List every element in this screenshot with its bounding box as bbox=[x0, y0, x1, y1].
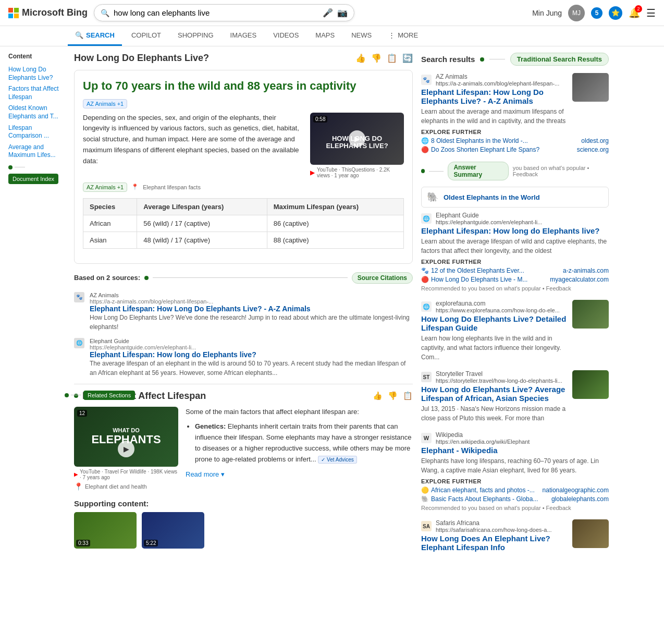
result-domain-2: Elephant Guide bbox=[436, 212, 542, 219]
toc-item-0[interactable]: How Long Do Elephants Live? bbox=[8, 64, 66, 83]
result-text-6: SA Safaris Africana https://safarisafric… bbox=[421, 519, 567, 553]
explore-further-label-1: EXPLORE FURTHER bbox=[421, 129, 609, 135]
tab-videos[interactable]: VIDEOS bbox=[266, 26, 306, 46]
explore-link-2-1[interactable]: 🔴 How Long Do Elephants Live - M... bbox=[421, 276, 527, 283]
explore-link-2-0[interactable]: 🐾 12 of the Oldest Elephants Ever... bbox=[421, 267, 524, 274]
result-url-3: https://www.explorefauna.com/how-long-do… bbox=[436, 307, 560, 313]
user-name: Min Jung bbox=[532, 9, 562, 17]
explore-link-row-2a: 🐾 12 of the Oldest Elephants Ever... a-z… bbox=[421, 267, 609, 274]
notification-icon[interactable]: 🔔 2 bbox=[629, 7, 640, 19]
result-title-1[interactable]: Elephant Lifespan: How Long Do Elephants… bbox=[421, 88, 567, 105]
thumbs-down-icon[interactable]: 👎 bbox=[371, 53, 382, 63]
col-avg: Average Lifespan (years) bbox=[137, 198, 267, 215]
recommended-5: Recommended to you based on what's popul… bbox=[421, 505, 609, 511]
search-results-header: Search results Traditional Search Result… bbox=[421, 53, 609, 66]
video-time: 0:58 bbox=[313, 116, 327, 123]
toc-item-3[interactable]: Lifespan Comparison ... bbox=[8, 123, 66, 142]
mic-icon[interactable]: 🎤 bbox=[323, 8, 333, 18]
toc-item-1[interactable]: Factors that Affect Lifespan bbox=[8, 83, 66, 103]
answer-source-badge[interactable]: AZ Animals +1 bbox=[83, 99, 127, 108]
result-icon-5: W bbox=[421, 433, 432, 443]
explore-source-1-0[interactable]: oldest.org bbox=[581, 137, 609, 144]
explore-source-1-1[interactable]: science.org bbox=[577, 146, 609, 153]
logo-sq-yellow bbox=[14, 14, 19, 18]
tab-copilot[interactable]: COPILOT bbox=[124, 26, 168, 46]
tab-images[interactable]: IMAGES bbox=[223, 26, 264, 46]
thumb-2[interactable]: 5:22 bbox=[142, 512, 204, 549]
thumbs-down-section[interactable]: 👎 bbox=[388, 391, 398, 400]
location-tag: Elephant lifespan facts bbox=[143, 184, 201, 190]
thumbs-up-section[interactable]: 👍 bbox=[373, 391, 383, 400]
copy-icon[interactable]: 📋 bbox=[387, 53, 397, 63]
camera-icon[interactable]: 📷 bbox=[337, 8, 348, 18]
source-chip[interactable]: AZ Animals +1 bbox=[83, 183, 127, 192]
result-url-2: https://elephantguide.com/en/elephant-li… bbox=[436, 219, 542, 225]
result-title-2[interactable]: Elephant Lifespan: How long do Elephants… bbox=[421, 226, 609, 235]
tab-shopping[interactable]: SHOPPING bbox=[170, 26, 221, 46]
result-thumb-3 bbox=[572, 300, 609, 329]
explore-link-row-1: 🌐 8 Oldest Elephants in the World -... o… bbox=[421, 137, 609, 144]
supporting-content-title: Supporting content: bbox=[74, 499, 413, 508]
doc-index-button[interactable]: Document Index bbox=[8, 174, 58, 184]
result-icon-3: 🌐 bbox=[421, 301, 432, 312]
notif-badge: 2 bbox=[635, 5, 642, 13]
tab-news[interactable]: NEWS bbox=[344, 26, 379, 46]
citation-2: 🌐 Elephant Guide https://elephantguide.c… bbox=[74, 338, 413, 378]
answer-meta: you based on what's popular • Feedback bbox=[513, 165, 609, 177]
result-desc-3: Learn how long elephants live in the wil… bbox=[421, 334, 567, 362]
tab-more[interactable]: ⋮ MORE bbox=[381, 26, 425, 46]
section-video-thumb[interactable]: 12 WHAT DO ELEPHANTS ▶ bbox=[74, 407, 178, 467]
result-title-4[interactable]: How Long do Elephants Live? Average Life… bbox=[421, 385, 567, 403]
result-icon-2: 🌐 bbox=[421, 213, 432, 224]
citation-title-1[interactable]: Elephant Lifespan: How Long Do Elephants… bbox=[90, 305, 413, 313]
result-5: W Wikipedia https://en.wikipedia.org/wik… bbox=[421, 431, 609, 511]
section-actions: 👍 👎 📋 bbox=[373, 391, 413, 400]
explore-link-1-1[interactable]: 🔴 Do Zoos Shorten Elephant Life Spans? bbox=[421, 146, 539, 153]
explore-source-2-1[interactable]: myagecalculator.com bbox=[550, 276, 609, 283]
citation-content-2: Elephant Guide https://elephantguide.com… bbox=[90, 338, 413, 378]
copy-section[interactable]: 📋 bbox=[403, 391, 413, 400]
toc-title: Content bbox=[8, 53, 66, 60]
explore-link-5-0[interactable]: 🟡 African elephant, facts and photos -..… bbox=[421, 487, 535, 494]
species-african: African bbox=[83, 215, 137, 232]
hamburger-menu[interactable]: ☰ bbox=[646, 7, 656, 19]
tab-search[interactable]: 🔍 SEARCH bbox=[68, 26, 122, 46]
explore-source-5-1[interactable]: globalelephants.com bbox=[551, 495, 609, 503]
tab-maps[interactable]: MAPS bbox=[308, 26, 342, 46]
result-with-image-4: ST Storyteller Travel https://storytelle… bbox=[421, 370, 609, 423]
tsr-line bbox=[489, 59, 505, 59]
search-input[interactable] bbox=[114, 8, 323, 17]
thumbs-up-icon[interactable]: 👍 bbox=[355, 53, 366, 63]
result-domain-5: Wikipedia bbox=[436, 431, 530, 439]
citation-desc-1: How Long Do Elephants Live? We've done t… bbox=[90, 313, 413, 332]
explore-further-label-2: EXPLORE FURTHER bbox=[421, 259, 609, 265]
citation-title-2[interactable]: Elephant Lifespan: How long do Elephants… bbox=[90, 350, 413, 359]
answer-body: Depending on the species, sex, and origi… bbox=[83, 113, 404, 178]
result-with-image-3: 🌐 explorefauna.com https://www.explorefa… bbox=[421, 300, 609, 362]
toc-item-2[interactable]: Oldest Known Elephants and T... bbox=[8, 103, 66, 122]
result-icon-1: 🐾 bbox=[421, 75, 432, 85]
explore-link-1-0[interactable]: 🌐 8 Oldest Elephants in the World -... bbox=[421, 137, 528, 144]
oldest-card[interactable]: 🐘 Oldest Elephants in the World bbox=[421, 187, 609, 208]
search-bar[interactable]: 🔍 🎤 📷 bbox=[94, 4, 354, 21]
reward-icon[interactable]: ⭐ bbox=[609, 6, 622, 20]
result-title-5[interactable]: Elephant - Wikipedia bbox=[421, 446, 609, 455]
read-more-button[interactable]: Read more ▾ bbox=[186, 469, 413, 480]
citation-url-2: https://elephantguide.com/en/elephant-li… bbox=[90, 344, 413, 350]
section-text: Some of the main factors that affect ele… bbox=[186, 407, 413, 491]
result-title-3[interactable]: How Long Do Elephants Live? Detailed Lif… bbox=[421, 314, 567, 332]
explore-link-row-2b: 🔴 How Long Do Elephants Live - M... myag… bbox=[421, 276, 609, 283]
result-6: SA Safaris Africana https://safarisafric… bbox=[421, 519, 609, 553]
explore-source-5-0[interactable]: nationalgeographic.com bbox=[543, 487, 609, 494]
explore-link-5-1[interactable]: 🐘 Basic Facts About Elephants - Globa... bbox=[421, 495, 538, 503]
toc-sidebar: Content How Long Do Elephants Live? Fact… bbox=[8, 53, 66, 562]
toc-item-4[interactable]: Average and Maximum Lifes... bbox=[8, 142, 66, 161]
video-thumbnail[interactable]: 0:58 HOW LONG DO ELEPHANTS LIVE? ▶ bbox=[310, 113, 404, 165]
thumb-1[interactable]: 0:33 bbox=[74, 512, 137, 549]
location-tag-icon: 📍 bbox=[131, 184, 139, 190]
factors-section: Related Sections Factors that Affect Lif… bbox=[74, 391, 413, 491]
page-title-bar: How Long Do Elephants Live? 👍 👎 📋 🔄 bbox=[74, 53, 413, 64]
explore-source-2-0[interactable]: a-z-animals.com bbox=[563, 267, 609, 274]
refresh-icon[interactable]: 🔄 bbox=[402, 53, 413, 63]
result-title-6[interactable]: How Long Does An Elephant Live? Elephant… bbox=[421, 534, 567, 552]
